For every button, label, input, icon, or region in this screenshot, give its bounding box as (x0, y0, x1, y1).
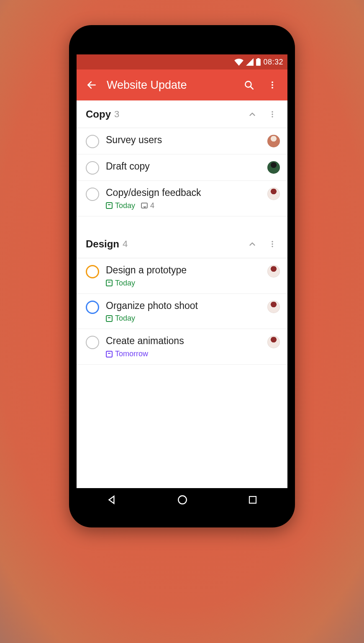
task-meta: Tomorrow (106, 350, 261, 358)
more-vert-icon (268, 110, 277, 118)
section-collapse-button[interactable] (242, 104, 262, 124)
task-title: Copy/design feedback (106, 187, 261, 199)
calendar-icon (106, 280, 113, 286)
assignee-avatar[interactable] (267, 135, 280, 147)
task-row[interactable]: Create animations Tomorrow (77, 329, 287, 365)
task-meta: Today (106, 314, 261, 323)
task-due-label: Today (115, 279, 135, 288)
section-collapse-button[interactable] (242, 234, 262, 254)
svg-point-14 (178, 496, 187, 504)
page-title: Website Update (103, 79, 237, 92)
task-comments: 4 (141, 201, 154, 210)
svg-point-7 (272, 87, 273, 88)
phone-frame: 08:32 Website Update Copy 3 (69, 25, 295, 527)
wifi-icon (234, 58, 244, 66)
triangle-back-icon (106, 494, 117, 505)
section-header[interactable]: Design 4 (77, 231, 287, 258)
task-body: Create animations Tomorrow (106, 335, 261, 358)
task-row[interactable]: Survey users (77, 128, 287, 154)
task-meta: Today (106, 279, 261, 288)
assignee-avatar[interactable] (267, 336, 280, 348)
section-count: 3 (114, 109, 119, 120)
task-due-label: Today (115, 314, 135, 323)
assignee-avatar[interactable] (267, 188, 280, 200)
svg-line-4 (250, 86, 253, 89)
square-recents-icon (248, 495, 258, 505)
svg-point-12 (272, 244, 273, 245)
task-row[interactable]: Organize photo shoot Today (77, 294, 287, 329)
svg-point-13 (272, 246, 273, 247)
assignee-avatar[interactable] (267, 301, 280, 313)
task-checkbox[interactable] (86, 265, 99, 278)
svg-point-11 (272, 241, 273, 242)
task-due: Today (106, 279, 135, 288)
task-row[interactable]: Design a prototype Today (77, 258, 287, 294)
calendar-icon (106, 315, 113, 322)
svg-rect-0 (256, 59, 261, 66)
task-body: Survey users (106, 134, 261, 146)
more-vert-icon (268, 240, 277, 248)
nav-home-button[interactable] (177, 494, 188, 507)
search-button[interactable] (237, 73, 261, 97)
svg-point-9 (272, 113, 273, 115)
svg-point-8 (272, 111, 273, 112)
nav-recents-button[interactable] (248, 495, 258, 507)
task-body: Copy/design feedback Today 4 (106, 187, 261, 210)
task-due-label: Tomorrow (115, 350, 148, 358)
nav-back-button[interactable] (106, 494, 117, 507)
task-title: Organize photo shoot (106, 300, 261, 312)
task-row[interactable]: Copy/design feedback Today 4 (77, 181, 287, 216)
task-title: Create animations (106, 335, 261, 347)
task-checkbox[interactable] (86, 161, 99, 175)
svg-point-10 (272, 116, 273, 117)
task-title: Draft copy (106, 160, 261, 172)
section-count: 4 (123, 239, 128, 249)
task-checkbox[interactable] (86, 336, 99, 349)
calendar-icon (106, 351, 113, 358)
calendar-icon (106, 202, 113, 209)
signal-icon (246, 58, 254, 66)
chevron-up-icon (248, 239, 257, 249)
task-body: Draft copy (106, 160, 261, 172)
svg-point-6 (272, 84, 273, 86)
task-due: Today (106, 314, 135, 323)
task-title: Survey users (106, 134, 261, 146)
assignee-avatar[interactable] (267, 265, 280, 278)
task-due: Today (106, 201, 135, 210)
task-body: Organize photo shoot Today (106, 300, 261, 323)
app-bar: Website Update (77, 69, 287, 100)
status-bar: 08:32 (77, 54, 287, 69)
section-name: Copy (86, 108, 111, 120)
back-button[interactable] (80, 73, 103, 97)
comment-icon (141, 203, 148, 208)
svg-rect-1 (257, 58, 259, 59)
circle-home-icon (177, 494, 188, 505)
task-list[interactable]: Copy 3 Survey users Draft copy Copy/desi… (77, 100, 287, 488)
section-more-button[interactable] (262, 104, 282, 124)
clock: 08:32 (263, 58, 283, 67)
task-comments-count: 4 (150, 201, 154, 210)
more-vert-icon (268, 80, 277, 90)
task-due: Tomorrow (106, 350, 148, 358)
svg-rect-15 (249, 496, 256, 503)
task-due-label: Today (115, 201, 135, 210)
battery-icon (256, 58, 261, 66)
svg-point-5 (272, 82, 273, 83)
arrow-left-icon (86, 80, 97, 90)
task-meta: Today 4 (106, 201, 261, 210)
task-body: Design a prototype Today (106, 264, 261, 288)
more-button[interactable] (261, 73, 284, 97)
task-row[interactable]: Draft copy (77, 154, 287, 181)
screen: 08:32 Website Update Copy 3 (77, 54, 287, 513)
task-title: Design a prototype (106, 264, 261, 276)
task-checkbox[interactable] (86, 188, 99, 201)
android-nav-bar (77, 488, 287, 513)
task-checkbox[interactable] (86, 301, 99, 314)
section-header[interactable]: Copy 3 (77, 100, 287, 128)
section-name: Design (86, 238, 119, 250)
assignee-avatar[interactable] (267, 161, 280, 174)
task-checkbox[interactable] (86, 135, 99, 148)
chevron-up-icon (248, 110, 257, 119)
section-more-button[interactable] (262, 234, 282, 254)
search-icon (244, 80, 254, 90)
